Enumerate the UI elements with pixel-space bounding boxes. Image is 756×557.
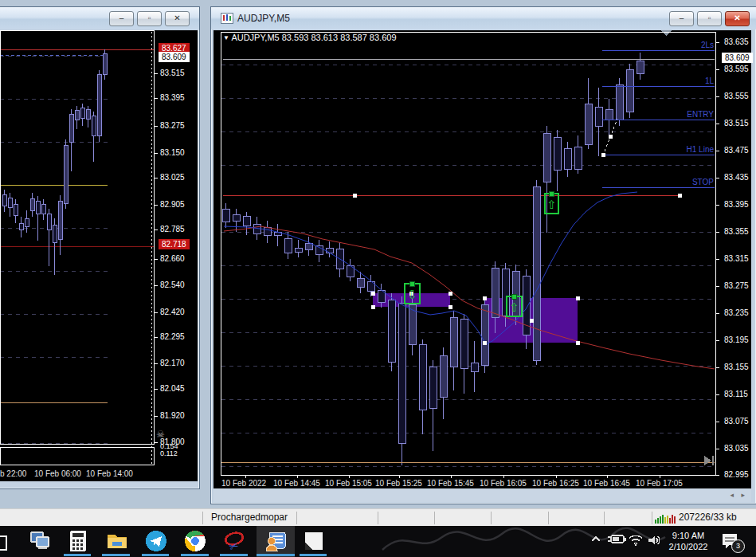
scroll-to-end-marker[interactable] xyxy=(704,456,714,465)
my-computer-icon[interactable] xyxy=(29,530,51,552)
status-separator xyxy=(604,512,605,524)
selection-handle[interactable] xyxy=(678,194,682,198)
ohlc-readout: ▼ AUDJPY,M5 83.593 83.613 83.587 83.609 xyxy=(223,33,397,42)
candle xyxy=(543,126,550,233)
price-axis-label: 83.595 xyxy=(724,65,749,73)
price-axis-label: 83.275 xyxy=(160,121,185,130)
running-app-indicator xyxy=(142,554,169,556)
metatrader-icon[interactable] xyxy=(264,530,287,552)
status-traffic-cell: 207226/33 kb xyxy=(679,512,737,523)
buy-arrow-box[interactable]: ⇧ xyxy=(545,191,558,214)
right-chart-area[interactable]: 2Ls1LENTRYH1 LineSTOP⇩⇧⇧ ▼ AUDJPY,M5 83.… xyxy=(213,30,751,488)
candle xyxy=(398,296,405,465)
right-chart-canvas[interactable]: 2Ls1LENTRYH1 LineSTOP⇩⇧⇧ xyxy=(213,30,751,488)
current-price-box: 83.609 xyxy=(722,53,753,63)
chrome-icon[interactable] xyxy=(184,530,206,552)
telegram-icon[interactable] xyxy=(145,530,167,552)
status-bar: Prochargedmopar 207226/33 kb xyxy=(0,508,756,527)
chart-shift-marker[interactable] xyxy=(660,30,672,36)
time-axis-label: 10 Feb 15:25 xyxy=(375,479,422,488)
clock-time: 9:10 AM xyxy=(665,530,711,541)
price-axis-label: 83.515 xyxy=(160,69,185,77)
selection-handle[interactable] xyxy=(576,296,580,300)
running-app-indicator xyxy=(64,554,91,556)
scroll-left-arrow[interactable]: ◂ xyxy=(730,491,734,499)
selection-handle[interactable] xyxy=(483,341,487,345)
start-fragment-icon[interactable] xyxy=(0,535,7,551)
candle xyxy=(626,64,633,118)
status-account-cell: Prochargedmopar xyxy=(202,512,296,523)
candle xyxy=(25,210,29,233)
candle xyxy=(315,240,323,262)
candle xyxy=(80,104,84,126)
svg-text:⇩: ⇩ xyxy=(407,288,417,301)
candle xyxy=(233,209,240,232)
candle xyxy=(36,196,40,241)
left-price-axis[interactable]: 83.51583.39583.27583.15083.02582.90582.7… xyxy=(158,0,198,481)
left-chart-area[interactable]: ☠ 83.51583.39583.27583.15083.02582.90582… xyxy=(0,30,198,481)
time-axis-label: 10 Feb 15:05 xyxy=(325,479,372,488)
selection-handle[interactable] xyxy=(576,341,580,345)
time-axis-label: 10 Feb 2022 xyxy=(221,479,266,488)
selection-handle[interactable] xyxy=(371,292,375,296)
candle xyxy=(97,70,101,142)
dropdown-arrow-icon[interactable]: ▼ xyxy=(223,34,229,41)
candle xyxy=(347,259,354,281)
price-axis-label: 82.540 xyxy=(160,280,185,289)
screen-capture-icon[interactable]: ✂ xyxy=(223,530,245,552)
calculator-icon[interactable] xyxy=(67,530,89,552)
status-separator xyxy=(296,512,297,524)
selection-handle[interactable] xyxy=(371,305,375,309)
status-separator xyxy=(434,512,435,524)
price-axis-label: 83.395 xyxy=(724,200,749,209)
selection-handle[interactable] xyxy=(609,135,613,139)
right-maximize-button[interactable]: ▫ xyxy=(697,11,722,26)
right-window-titlebar[interactable]: AUDJPY,M5 – ▫ ✕ xyxy=(211,7,756,29)
price-axis-label: 83.150 xyxy=(160,148,185,157)
tray-clock[interactable]: 9:10 AM 2/10/2022 xyxy=(665,530,711,552)
selection-handle[interactable] xyxy=(601,153,605,157)
right-price-axis[interactable]: 83.63583.59583.55583.51583.47583.43583.3… xyxy=(719,0,751,488)
selection-handle[interactable] xyxy=(449,305,452,309)
right-minimize-button[interactable]: – xyxy=(669,11,694,26)
candle xyxy=(19,217,23,237)
file-explorer-icon[interactable] xyxy=(106,530,128,552)
candle xyxy=(409,299,416,355)
running-app-indicator xyxy=(257,554,295,556)
selection-handle[interactable] xyxy=(530,319,534,323)
running-app-indicator xyxy=(220,554,248,556)
time-axis-label: 10 Feb 16:05 xyxy=(480,479,527,488)
selection-handle[interactable] xyxy=(449,292,452,296)
indicator-value-label: 0.112 xyxy=(160,449,178,457)
price-axis-label: 82.045 xyxy=(160,384,185,393)
scroll-right-arrow[interactable]: ▸ xyxy=(741,491,745,499)
candle xyxy=(30,193,34,217)
price-axis-label: 82.785 xyxy=(160,225,185,233)
candle xyxy=(637,53,644,80)
left-minimize-button[interactable]: – xyxy=(109,11,134,26)
price-axis-label: 82.295 xyxy=(160,332,185,341)
selection-handle[interactable] xyxy=(483,296,487,300)
candle xyxy=(564,142,571,177)
notes-icon[interactable] xyxy=(303,530,325,552)
status-separator xyxy=(491,512,492,524)
indicator-subwindow-border xyxy=(1,448,155,465)
candle xyxy=(388,293,395,371)
price-axis-label: 83.515 xyxy=(724,119,749,127)
candle xyxy=(69,109,73,171)
selection-handle[interactable] xyxy=(353,194,357,198)
right-time-axis[interactable]: 10 Feb 202210 Feb 14:4510 Feb 15:0510 Fe… xyxy=(0,477,538,488)
level-label: 2Ls xyxy=(701,41,714,49)
time-axis-label: 10 Feb 16:25 xyxy=(532,479,579,488)
price-axis-label: 83.435 xyxy=(724,173,749,182)
candle xyxy=(86,106,90,127)
candle xyxy=(64,139,68,209)
level-label: H1 Line xyxy=(687,145,715,154)
time-axis-label: 10 Feb 15:45 xyxy=(427,479,474,488)
price-axis-label: 83.315 xyxy=(724,254,749,263)
candle xyxy=(440,347,447,419)
candle xyxy=(429,360,437,451)
right-window-scroll-strip: ◂ ▸ xyxy=(213,488,751,502)
plot-border xyxy=(1,31,155,445)
candle xyxy=(8,193,12,217)
